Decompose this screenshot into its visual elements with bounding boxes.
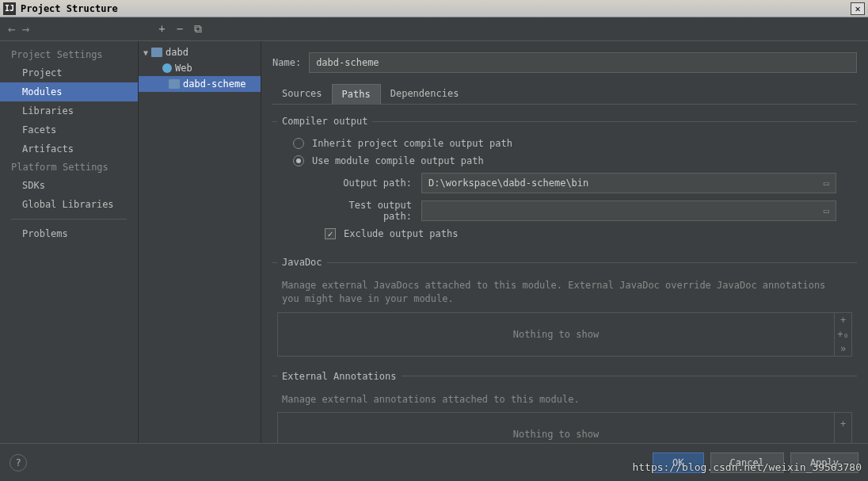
- tree-label: Web: [175, 63, 192, 74]
- radio-icon: [293, 155, 304, 166]
- radio-label: Use module compile output path: [312, 155, 484, 166]
- empty-placeholder: Nothing to show: [278, 413, 834, 443]
- compiler-output-section: Compiler output Inherit project compile …: [272, 116, 857, 246]
- annotations-desc: Manage external annotations attached to …: [277, 390, 852, 410]
- radio-use-module[interactable]: Use module compile output path: [277, 152, 852, 170]
- output-path-label: Output path:: [325, 178, 412, 189]
- cancel-button[interactable]: Cancel: [710, 452, 784, 473]
- ok-button[interactable]: OK: [653, 452, 703, 473]
- tabs: Sources Paths Dependencies: [272, 84, 857, 105]
- tab-paths[interactable]: Paths: [332, 84, 381, 105]
- javadoc-list: Nothing to show + +₀ »: [277, 312, 852, 357]
- test-output-label: Test output path:: [325, 200, 412, 222]
- sidebar-item-problems[interactable]: Problems: [0, 224, 138, 243]
- javadoc-desc: Manage external JavaDocs attached to thi…: [277, 276, 852, 309]
- app-icon: IJ: [3, 2, 16, 15]
- platform-settings-heading: Platform Settings: [0, 158, 138, 176]
- exclude-checkbox[interactable]: ✓ Exclude output paths: [277, 225, 852, 242]
- sidebar-item-artifacts[interactable]: Artifacts: [0, 139, 138, 158]
- folder-icon: [169, 79, 180, 89]
- sidebar-item-facets[interactable]: Facets: [0, 120, 138, 139]
- close-icon[interactable]: ✕: [851, 2, 865, 15]
- module-tree: ▼ dabd Web dabd-scheme: [139, 41, 261, 443]
- apply-button[interactable]: Apply: [790, 452, 858, 473]
- name-input[interactable]: [309, 52, 857, 73]
- annotations-list: Nothing to show + −: [277, 412, 852, 443]
- copy-icon[interactable]: ⧉: [194, 22, 202, 36]
- annotations-legend: External Annotations: [277, 371, 402, 382]
- compiler-legend: Compiler output: [277, 116, 372, 127]
- javadoc-legend: JavaDoc: [277, 257, 327, 268]
- sidebar: Project Settings Project Modules Librari…: [0, 41, 139, 443]
- toolbar: ← → + − ⧉: [0, 17, 868, 41]
- sidebar-item-modules[interactable]: Modules: [0, 82, 138, 101]
- tab-sources[interactable]: Sources: [272, 84, 332, 104]
- add-url-icon[interactable]: +₀: [835, 327, 851, 342]
- back-icon[interactable]: ←: [8, 21, 16, 36]
- footer: ? OK Cancel Apply: [0, 443, 868, 481]
- sidebar-item-sdks[interactable]: SDKs: [0, 176, 138, 195]
- expand-icon[interactable]: »: [835, 342, 851, 356]
- add-icon[interactable]: +: [835, 313, 851, 327]
- annotations-section: External Annotations Manage external ann…: [272, 371, 857, 443]
- content-pane: Name: Sources Paths Dependencies Compile…: [261, 41, 868, 443]
- sidebar-item-libraries[interactable]: Libraries: [0, 101, 138, 120]
- titlebar: IJ Project Structure ✕: [0, 0, 868, 17]
- checkbox-icon: ✓: [325, 228, 336, 239]
- project-settings-heading: Project Settings: [0, 46, 138, 63]
- chevron-down-icon: ▼: [143, 48, 148, 57]
- name-label: Name:: [272, 57, 301, 68]
- checkbox-label: Exclude output paths: [344, 228, 459, 239]
- javadoc-section: JavaDoc Manage external JavaDocs attache…: [272, 257, 857, 360]
- empty-placeholder: Nothing to show: [278, 313, 834, 356]
- remove-icon[interactable]: −: [177, 22, 183, 36]
- window-title: Project Structure: [21, 3, 118, 14]
- radio-inherit[interactable]: Inherit project compile output path: [277, 135, 852, 152]
- folder-icon: [151, 48, 162, 57]
- tab-dependencies[interactable]: Dependencies: [381, 84, 469, 104]
- browse-icon[interactable]: ▭: [824, 205, 829, 216]
- output-path-input[interactable]: D:\workspace\dabd-scheme\bin ▭: [421, 173, 836, 193]
- browse-icon[interactable]: ▭: [824, 178, 829, 189]
- radio-label: Inherit project compile output path: [312, 138, 512, 149]
- tree-node-root[interactable]: ▼ dabd: [139, 44, 261, 60]
- divider: [11, 219, 127, 220]
- remove-icon[interactable]: −: [835, 434, 851, 443]
- sidebar-item-project[interactable]: Project: [0, 63, 138, 82]
- help-button[interactable]: ?: [10, 454, 27, 471]
- radio-icon: [293, 138, 304, 149]
- tree-label: dabd-scheme: [183, 78, 246, 90]
- tree-label: dabd: [166, 47, 188, 58]
- test-output-input[interactable]: ▭: [421, 200, 836, 221]
- add-icon[interactable]: +: [835, 413, 851, 434]
- tree-node-module[interactable]: dabd-scheme: [139, 76, 261, 92]
- forward-icon[interactable]: →: [22, 21, 30, 36]
- sidebar-item-global-libs[interactable]: Global Libraries: [0, 195, 138, 214]
- add-icon[interactable]: +: [158, 22, 165, 36]
- output-path-value: D:\workspace\dabd-scheme\bin: [428, 178, 588, 189]
- web-icon: [162, 63, 172, 73]
- tree-node-web[interactable]: Web: [139, 60, 261, 76]
